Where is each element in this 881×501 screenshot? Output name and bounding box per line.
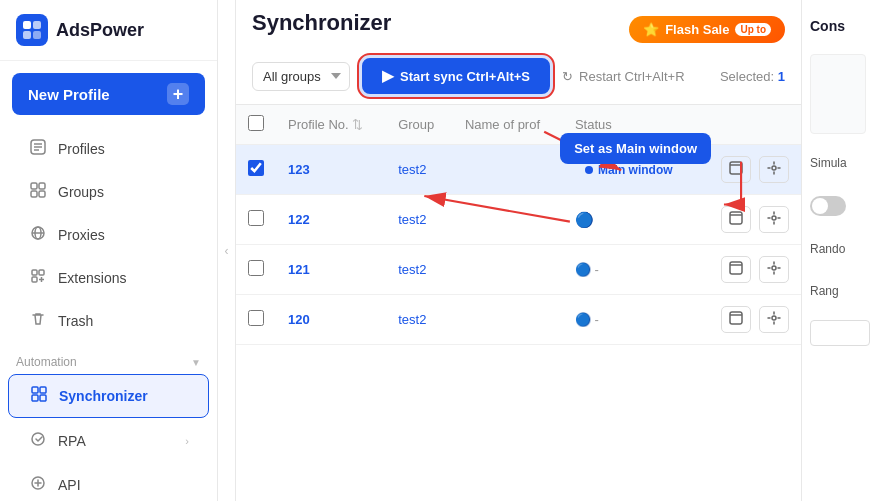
rpa-icon	[28, 431, 48, 451]
window-button[interactable]	[721, 306, 751, 333]
profile-no-cell: 122	[276, 195, 386, 245]
api-icon	[28, 475, 48, 495]
start-sync-button[interactable]: ▶ Start sync Ctrl+Alt+S	[362, 58, 550, 94]
profile-no-cell: 121	[276, 245, 386, 295]
profile-no-link[interactable]: 123	[288, 162, 310, 177]
row-checkbox[interactable]	[248, 310, 264, 326]
profile-no-link[interactable]: 120	[288, 312, 310, 327]
sidebar-item-api[interactable]: API	[8, 464, 209, 501]
sidebar-item-extensions[interactable]: Extensions	[8, 257, 209, 299]
svg-rect-27	[730, 212, 742, 224]
sidebar: AdsPower New Profile + Profiles Groups P…	[0, 0, 218, 501]
restart-icon: ↻	[562, 69, 573, 84]
play-icon: ▶	[382, 67, 394, 85]
proxies-icon	[28, 225, 48, 245]
sidebar-item-profiles-label: Profiles	[58, 141, 105, 157]
svg-point-35	[772, 316, 776, 320]
sidebar-logo: AdsPower	[0, 0, 217, 61]
group-cell: test2	[386, 195, 453, 245]
group-select[interactable]: All groups test2	[252, 62, 350, 91]
new-profile-button[interactable]: New Profile +	[12, 73, 205, 115]
rang-input[interactable]	[810, 320, 870, 346]
page-title: Synchronizer	[252, 10, 391, 48]
settings-button[interactable]	[759, 306, 789, 333]
right-panel-image-area	[810, 54, 866, 134]
profile-no-link[interactable]: 121	[288, 262, 310, 277]
sidebar-item-proxies[interactable]: Proxies	[8, 214, 209, 256]
profile-no-link[interactable]: 122	[288, 212, 310, 227]
profile-no-header[interactable]: Profile No. ⇅	[276, 105, 386, 145]
profile-icon	[28, 139, 48, 159]
sidebar-item-trash[interactable]: Trash	[8, 300, 209, 342]
settings-button[interactable]	[759, 156, 789, 183]
star-icon: ⭐	[643, 22, 659, 37]
main-content: Synchronizer ⭐ Flash Sale Up to All grou…	[236, 0, 801, 501]
simula-toggle[interactable]	[810, 196, 846, 216]
set-as-main-window-tooltip: Set as Main window	[560, 133, 711, 164]
row-checkbox[interactable]	[248, 260, 264, 276]
select-all-checkbox[interactable]	[248, 115, 264, 131]
svg-point-26	[772, 166, 776, 170]
profile-no-cell: 120	[276, 295, 386, 345]
sidebar-collapse-button[interactable]: ‹	[218, 0, 236, 501]
table-row: 121 test2 🔵 -	[236, 245, 801, 295]
sidebar-item-trash-label: Trash	[58, 313, 93, 329]
action-cell	[709, 295, 801, 345]
sidebar-item-profiles[interactable]: Profiles	[8, 128, 209, 170]
trash-icon	[28, 311, 48, 331]
settings-button[interactable]	[759, 256, 789, 283]
selected-badge: Selected: 1	[720, 69, 785, 84]
name-of-prof-cell	[453, 245, 563, 295]
group-link[interactable]: test2	[398, 312, 426, 327]
group-link[interactable]: test2	[398, 212, 426, 227]
sidebar-item-synchronizer[interactable]: Synchronizer	[8, 374, 209, 418]
restart-button[interactable]: ↻ Restart Ctrl+Alt+R	[562, 69, 684, 84]
group-link[interactable]: test2	[398, 162, 426, 177]
status-cell: 🔵 -	[563, 245, 709, 295]
row-checkbox[interactable]	[248, 210, 264, 226]
window-button[interactable]	[721, 206, 751, 233]
svg-rect-10	[31, 191, 37, 197]
sidebar-item-groups-label: Groups	[58, 184, 104, 200]
window-button[interactable]	[721, 156, 751, 183]
svg-rect-2	[23, 31, 31, 39]
up-to-badge: Up to	[735, 23, 771, 36]
action-buttons	[721, 156, 789, 183]
svg-rect-1	[33, 21, 41, 29]
name-of-prof-header: Name of prof	[453, 105, 563, 145]
checkbox-header	[236, 105, 276, 145]
svg-point-29	[772, 216, 776, 220]
groups-icon	[28, 182, 48, 202]
sidebar-item-extensions-label: Extensions	[58, 270, 126, 286]
collapse-icon: ‹	[225, 244, 229, 258]
sort-icon: ⇅	[352, 117, 363, 132]
settings-button[interactable]	[759, 206, 789, 233]
sidebar-item-synchronizer-label: Synchronizer	[59, 388, 148, 404]
svg-rect-18	[32, 387, 38, 393]
group-cell: test2	[386, 245, 453, 295]
table-container: Set as Main window Profile No. ⇅ Group N…	[236, 105, 801, 501]
synchronizer-icon	[29, 386, 49, 406]
svg-rect-19	[40, 387, 46, 393]
svg-rect-11	[39, 191, 45, 197]
status-cell: 🔵	[563, 195, 709, 245]
status-icon: 🔵	[575, 211, 594, 228]
status-dash: 🔵 -	[575, 262, 599, 277]
profiles-table: Profile No. ⇅ Group Name of prof Status …	[236, 105, 801, 345]
flash-sale-badge[interactable]: ⭐ Flash Sale Up to	[629, 16, 785, 43]
actions-header	[709, 105, 801, 145]
row-checkbox[interactable]	[248, 160, 264, 176]
sidebar-item-groups[interactable]: Groups	[8, 171, 209, 213]
window-button[interactable]	[721, 256, 751, 283]
main-header: Synchronizer ⭐ Flash Sale Up to	[236, 0, 801, 48]
group-link[interactable]: test2	[398, 262, 426, 277]
right-panel-title: Cons	[810, 10, 873, 38]
svg-rect-33	[730, 312, 742, 324]
sidebar-item-rpa[interactable]: RPA ›	[8, 420, 209, 462]
svg-point-22	[32, 433, 44, 445]
svg-rect-0	[23, 21, 31, 29]
svg-rect-3	[33, 31, 41, 39]
name-of-prof-cell	[453, 295, 563, 345]
table-row: 122 test2 🔵	[236, 195, 801, 245]
table-row: 120 test2 🔵 -	[236, 295, 801, 345]
